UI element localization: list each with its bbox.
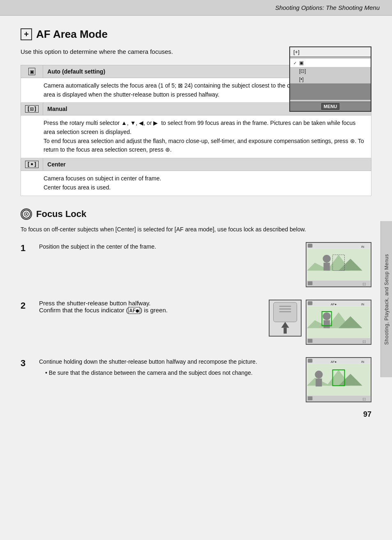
- svg-text:[ ]: [ ]: [363, 282, 365, 286]
- step-2-text: Press the shutter-release button halfway…: [39, 300, 261, 307]
- option-center-body: Camera focuses on subject in center of f…: [21, 171, 371, 196]
- header-title: Shooting Options: The Shooting Menu: [275, 4, 380, 11]
- svg-text:IN: IN: [361, 245, 364, 248]
- step-3-text: Continue holding down the shutter-releas…: [39, 357, 297, 366]
- step-1-content: Position the subject in the center of th…: [39, 242, 297, 253]
- cam-menu-item-manual: [⊡]: [290, 67, 371, 75]
- af-intro-text: Use this option to determine where the c…: [21, 47, 218, 57]
- step-3-illustration: IN AF● [ ]: [306, 357, 371, 402]
- step-2: 2 Press the shutter-release button halfw…: [21, 300, 371, 345]
- svg-text:AF●: AF●: [331, 360, 337, 363]
- svg-text:IN: IN: [361, 360, 364, 363]
- menu-button: MENU: [321, 103, 339, 110]
- svg-text:[ ]: [ ]: [363, 339, 365, 343]
- svg-rect-33: [307, 338, 370, 344]
- af-area-mode-title: + AF Area Mode: [21, 28, 371, 41]
- focus-lock-icon: [21, 208, 32, 220]
- svg-rect-3: [307, 243, 370, 249]
- svg-rect-21: [284, 328, 287, 334]
- svg-rect-37: [308, 359, 313, 363]
- svg-rect-45: [316, 378, 322, 386]
- shutter-button-illustration: [269, 300, 302, 337]
- svg-point-10: [323, 255, 330, 263]
- option-center-label: Center: [43, 158, 371, 171]
- option-center-desc: Camera focuses on subject in center of f…: [21, 171, 371, 196]
- svg-text:IN: IN: [361, 302, 364, 306]
- focus-lock-intro: To focus on off-center subjects when [Ce…: [21, 225, 341, 234]
- svg-point-44: [315, 371, 323, 378]
- cam-menu-footer: MENU: [290, 102, 371, 111]
- svg-rect-4: [308, 244, 313, 248]
- af-area-mode-section: + AF Area Mode Use this option to determ…: [21, 28, 371, 196]
- step-3-images: IN AF● [ ]: [306, 357, 371, 402]
- option-manual-icon: [⊡]: [21, 103, 43, 115]
- side-tab: Shooting, Playback, and Setup Menus: [380, 221, 392, 377]
- svg-rect-22: [307, 300, 370, 306]
- cam-menu-item-auto: ✓ ▣: [290, 59, 371, 67]
- option-auto-icon: ▣: [21, 65, 43, 78]
- step-3-bullet: Be sure that the distance between the ca…: [45, 368, 297, 377]
- svg-rect-36: [307, 358, 370, 364]
- step-2-content: Press the shutter-release button halfway…: [39, 300, 261, 314]
- cam-header-icon: [+]: [293, 49, 300, 55]
- step-2-number: 2: [21, 300, 31, 311]
- header-bar: Shooting Options: The Shooting Menu: [0, 0, 392, 16]
- focus-lock-section: Focus Lock To focus on off-center subjec…: [21, 208, 371, 402]
- cam-menu-item-center: [•]: [290, 75, 371, 83]
- step-3: 3 Continue holding down the shutter-rele…: [21, 357, 371, 402]
- svg-rect-31: [323, 320, 330, 328]
- svg-rect-23: [308, 301, 313, 305]
- option-manual-body: Press the rotary multi selector ▲, ▼, ◀,…: [21, 115, 371, 158]
- svg-text:AF●: AF●: [331, 302, 337, 306]
- focus-lock-label: Focus Lock: [36, 209, 86, 219]
- side-tab-text: Shooting, Playback, and Setup Menus: [384, 254, 390, 345]
- step-1: 1 Position the subject in the center of …: [21, 242, 371, 287]
- step-2-illustration: IN AF●: [306, 300, 371, 345]
- svg-rect-48: [308, 396, 313, 400]
- cam-menu-body: ✓ ▣ [⊡] [•]: [290, 57, 371, 102]
- option-manual-desc: Press the rotary multi selector ▲, ▼, ◀,…: [21, 115, 371, 158]
- step-1-images: IN [ ]: [306, 242, 371, 287]
- svg-point-30: [323, 312, 330, 320]
- camera-menu-illustration: [+] ✓ ▣ [⊡] [•] MENU: [289, 46, 371, 112]
- svg-rect-47: [307, 395, 370, 401]
- step-1-number: 1: [21, 243, 31, 254]
- option-center-icon: [•]: [21, 158, 43, 171]
- cam-menu-spacer: [290, 83, 371, 100]
- svg-rect-13: [307, 280, 370, 286]
- page-number: 97: [363, 410, 371, 419]
- svg-rect-34: [308, 339, 313, 343]
- focus-lock-title: Focus Lock: [21, 208, 371, 220]
- cam-menu-header: [+]: [290, 47, 371, 57]
- af-icon: +: [21, 28, 32, 40]
- svg-rect-11: [323, 263, 330, 270]
- svg-marker-20: [281, 322, 289, 328]
- option-center-header: [•] Center: [21, 158, 371, 171]
- svg-rect-14: [308, 281, 313, 285]
- step-2-images: IN AF●: [269, 300, 371, 345]
- step-3-number: 3: [21, 358, 31, 369]
- step-1-text: Position the subject in the center of th…: [39, 242, 297, 251]
- svg-text:[ ]: [ ]: [363, 397, 365, 401]
- step-3-content: Continue holding down the shutter-releas…: [39, 357, 297, 378]
- svg-point-2: [25, 213, 27, 215]
- step-2-bullet: Confirm that the focus indicator (AF●) i…: [39, 307, 261, 314]
- step-1-illustration: IN [ ]: [306, 242, 371, 287]
